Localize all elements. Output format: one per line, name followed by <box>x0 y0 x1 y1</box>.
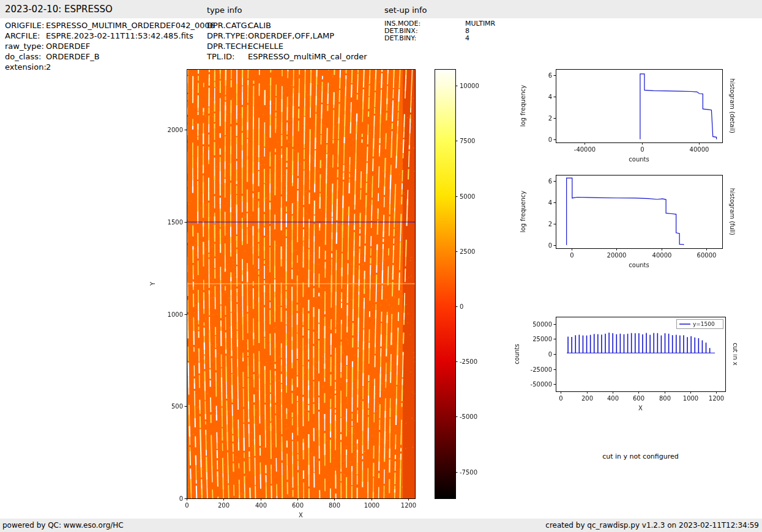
meta-row-dprtype: DPR.TYPE:ORDERDEF,OFF,LAMP <box>207 31 367 41</box>
meta-label: DPR.TYPE: <box>207 31 248 41</box>
meta-value: ESPRESSO_multiMR_cal_order <box>248 52 367 61</box>
meta-label: raw_type: <box>5 41 46 51</box>
meta-row-origfile: ORIGFILE:ESPRESSO_MULTIMR_ORDERDEF042_00… <box>5 20 215 31</box>
meta-row-tplid: TPL.ID:ESPRESSO_multiMR_cal_order <box>207 51 367 62</box>
meta-label: ARCFILE: <box>5 31 46 41</box>
meta-value: ESPRE.2023-02-11T11:53:42.485.fits <box>46 31 193 40</box>
meta-row-dprcatg: DPR.CATG:CALIB <box>207 20 367 31</box>
meta-label: DPR.CATG: <box>207 20 248 31</box>
meta-row-rawtype: raw_type:ORDERDEF <box>5 41 215 51</box>
type-info-heading: type info <box>207 6 242 15</box>
meta-row-doclass: do_class:ORDERDEF_B <box>5 51 215 62</box>
meta-label: extension: <box>5 62 46 72</box>
cut-in-x-plot <box>511 312 738 419</box>
cut-in-y-note: cut in y not configured <box>556 453 725 460</box>
colorbar <box>431 64 490 504</box>
qc-report-page: 2023-02-10: ESPRESSO type info set-up in… <box>0 0 762 532</box>
footer-bar: powered by QC: www.eso.org/HC created by… <box>0 519 762 532</box>
meta-label: ORIGFILE: <box>5 20 46 31</box>
meta-value: 2 <box>46 62 51 72</box>
page-title: 2023-02-10: ESPRESSO <box>5 4 113 15</box>
meta-label: TPL.ID: <box>207 51 248 62</box>
meta-value: ORDERDEF,OFF,LAMP <box>248 31 334 40</box>
meta-value: ORDERDEF <box>46 42 90 51</box>
setup-info-block: INS.MODE:MULTIMR DET.BINX:8 DET.BINY:4 <box>384 20 495 42</box>
header-bar: 2023-02-10: ESPRESSO type info set-up in… <box>0 0 762 18</box>
footer-powered-by: powered by QC: www.eso.org/HC <box>2 521 124 530</box>
meta-value: 4 <box>465 34 469 42</box>
histogram-full-plot <box>517 170 738 275</box>
meta-value: ECHELLE <box>248 42 283 51</box>
raw-frame-plot <box>147 64 422 526</box>
meta-label: DET.BINY: <box>384 35 465 42</box>
setup-info-heading: set-up info <box>384 6 427 15</box>
meta-row-dprtech: DPR.TECH:ECHELLE <box>207 41 367 51</box>
type-info-block: DPR.CATG:CALIB DPR.TYPE:ORDERDEF,OFF,LAM… <box>207 20 367 62</box>
meta-label: do_class: <box>5 51 46 62</box>
meta-label: DPR.TECH: <box>207 41 248 51</box>
meta-value: CALIB <box>248 21 271 30</box>
meta-row-detbiny: DET.BINY:4 <box>384 35 495 42</box>
footer-created-by: created by qc_rawdisp.py v1.2.3 on 2023-… <box>545 521 759 530</box>
meta-value: ESPRESSO_MULTIMR_ORDERDEF042_0006 <box>46 21 215 30</box>
meta-row-arcfile: ARCFILE:ESPRE.2023-02-11T11:53:42.485.fi… <box>5 31 215 41</box>
meta-value: MULTIMR <box>465 20 495 28</box>
histogram-detail-plot <box>517 64 738 169</box>
meta-value: ORDERDEF_B <box>46 52 100 61</box>
